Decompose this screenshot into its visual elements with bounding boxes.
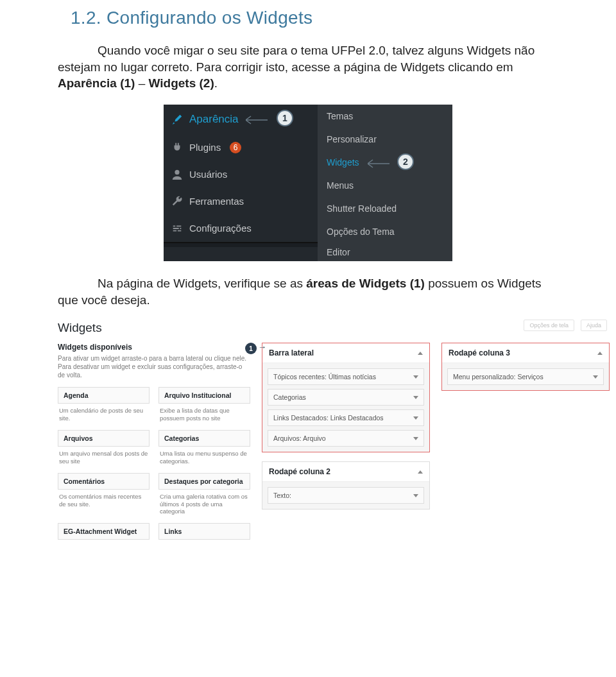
avail-name: EG-Attachment Widget	[58, 523, 150, 540]
submenu-menus[interactable]: Menus	[318, 174, 452, 197]
caret-up-icon	[418, 470, 423, 474]
avail-widget-comentarios[interactable]: Comentários Os comentários mais recentes…	[58, 473, 150, 521]
available-widgets-col: Widgets disponíveis Para ativar um widge…	[58, 343, 250, 540]
avail-name: Categorias	[158, 430, 250, 447]
submenu-widgets[interactable]: Widgets 2	[318, 151, 452, 174]
para2-bold: áreas de Widgets (1)	[306, 277, 425, 290]
caret-down-icon	[413, 375, 418, 379]
caret-up-icon	[597, 352, 603, 355]
widget-item[interactable]: Links Destacados: Links Destacados	[268, 409, 424, 426]
caret-down-icon	[413, 396, 418, 399]
callout-1: 1	[277, 110, 293, 126]
widget-area-barra-lateral[interactable]: Barra lateral Tópicos recentes: Últimas …	[262, 343, 430, 452]
sliders-icon	[171, 223, 183, 234]
submenu-personalizar[interactable]: Personalizar	[318, 128, 452, 151]
caret-down-icon	[413, 437, 418, 440]
avail-name: Arquivo Institucional	[158, 387, 250, 404]
paragraph-2: Na página de Widgets, verifique se as ár…	[58, 275, 558, 308]
avail-name: Links	[158, 523, 250, 540]
widget-areas-col-1: 1 → Barra lateral Tópicos recentes: Últi…	[262, 343, 430, 540]
para2-text1: Na página de Widgets, verifique se as	[98, 277, 306, 290]
paragraph-1: Quando você migar o seu site para o tema…	[58, 42, 558, 92]
submenu-label: Widgets	[327, 157, 359, 167]
wrench-icon	[171, 196, 183, 207]
avail-desc: Um calendário de posts de seu site.	[58, 404, 150, 427]
svg-point-1	[175, 170, 179, 175]
para1-bold1: Aparência (1)	[58, 76, 135, 90]
avail-desc: Exibe a lista de datas que possuem posts…	[158, 404, 250, 427]
avail-widget-arquivos[interactable]: Arquivos Um arquivo mensal dos posts de …	[58, 430, 150, 470]
para1-text: Quando você migar o seu site para o tema…	[58, 44, 535, 74]
widget-item-label: Arquivos: Arquivo	[273, 434, 326, 442]
available-widgets-subtitle: Widgets disponíveis	[58, 343, 250, 352]
avail-desc: Uma lista ou menu suspenso de categorias…	[158, 447, 250, 470]
avail-desc: Um arquivo mensal dos posts de seu site	[58, 447, 150, 470]
avail-name: Comentários	[58, 473, 150, 490]
user-icon	[171, 169, 183, 180]
submenu-label: Menus	[327, 180, 354, 191]
screen-options-button[interactable]: Opções de tela	[524, 320, 574, 331]
widget-item-label: Texto:	[273, 492, 291, 499]
menu-item-plugins[interactable]: Plugins 6	[164, 134, 318, 161]
caret-up-icon	[418, 352, 423, 355]
wp-menu-right: Temas Personalizar Widgets 2 Menus Shutt…	[318, 105, 452, 261]
submenu-opcoes-tema[interactable]: Opções do Tema	[318, 220, 452, 243]
plug-icon	[171, 142, 183, 153]
section-heading: 1.2. Configurando os Widgets	[71, 8, 558, 28]
callout-2: 2	[397, 153, 414, 170]
menu-label: Usuários	[189, 169, 227, 180]
widget-item[interactable]: Menu personalizado: Serviços	[447, 368, 604, 385]
arrow-right-icon: →	[258, 342, 266, 352]
caret-down-icon	[413, 416, 418, 420]
menu-item-ferramentas[interactable]: Ferramentas	[164, 188, 318, 215]
avail-widget-destaques[interactable]: Destaques por categoria Cria uma galeria…	[158, 473, 250, 521]
submenu-label: Shutter Reloaded	[327, 203, 397, 214]
menu-label: Plugins	[189, 142, 221, 153]
menu-item-usuarios[interactable]: Usuários	[164, 161, 318, 188]
brush-icon	[171, 114, 183, 125]
menu-item-aparencia[interactable]: Aparência 1	[164, 105, 318, 134]
area-title: Barra lateral	[269, 348, 314, 357]
widget-item-label: Tópicos recentes: Últimas notícias	[273, 373, 376, 381]
submenu-label: Temas	[327, 111, 353, 121]
avail-desc: Os comentários mais recentes de seu site…	[58, 490, 150, 513]
para1-mid: –	[135, 76, 148, 90]
avail-widget-eg-attachment[interactable]: EG-Attachment Widget	[58, 523, 150, 540]
area-title: Rodapé coluna 2	[269, 467, 330, 476]
menu-label: Ferramentas	[189, 196, 244, 207]
submenu-temas[interactable]: Temas	[318, 105, 452, 128]
arrow-1	[246, 114, 277, 126]
avail-widget-categorias[interactable]: Categorias Uma lista ou menu suspenso de…	[158, 430, 250, 470]
area-title: Rodapé coluna 3	[449, 348, 510, 357]
widget-item-label: Categorias	[273, 393, 306, 401]
submenu-shutter[interactable]: Shutter Reloaded	[318, 197, 452, 220]
menu-label: Configurações	[189, 223, 252, 234]
avail-widget-agenda[interactable]: Agenda Um calendário de posts de seu sit…	[58, 387, 150, 427]
avail-widget-arquivo-institucional[interactable]: Arquivo Institucional Exibe a lista de d…	[158, 387, 250, 427]
widget-area-rodape-2[interactable]: Rodapé coluna 2 Texto:	[262, 461, 430, 510]
widget-item[interactable]: Texto:	[268, 487, 424, 504]
submenu-label: Opções do Tema	[327, 227, 395, 237]
submenu-label: Personalizar	[327, 134, 377, 144]
wp-menu-left: Aparência 1 Plugins 6 Usuários	[164, 105, 318, 261]
plugins-badge: 6	[230, 142, 241, 153]
widget-item[interactable]: Tópicos recentes: Últimas notícias	[268, 368, 424, 385]
widget-item-label: Links Destacados: Links Destacados	[273, 414, 384, 422]
avail-widget-links[interactable]: Links	[158, 523, 250, 540]
wp-admin-menu-figure: Aparência 1 Plugins 6 Usuários	[164, 105, 452, 261]
widget-area-rodape-3[interactable]: Rodapé coluna 3 Menu personalizado: Serv…	[441, 343, 610, 391]
menu-item-configuracoes[interactable]: Configurações	[164, 215, 318, 242]
para1-end: .	[214, 76, 218, 90]
caret-down-icon	[413, 494, 418, 497]
widget-item[interactable]: Categorias	[268, 389, 424, 406]
avail-name: Agenda	[58, 387, 150, 404]
help-button[interactable]: Ajuda	[581, 320, 607, 331]
widget-item[interactable]: Arquivos: Arquivo	[268, 430, 424, 447]
arrow-2	[368, 157, 398, 170]
available-widgets-desc: Para ativar um widget arraste-o para a b…	[58, 354, 250, 379]
para1-bold2: Widgets (2)	[149, 76, 214, 90]
avail-desc: Cria uma galeria rotativa com os últimos…	[158, 490, 250, 521]
submenu-editor[interactable]: Editor	[318, 243, 452, 261]
avail-name: Arquivos	[58, 430, 150, 447]
caret-down-icon	[593, 375, 598, 379]
